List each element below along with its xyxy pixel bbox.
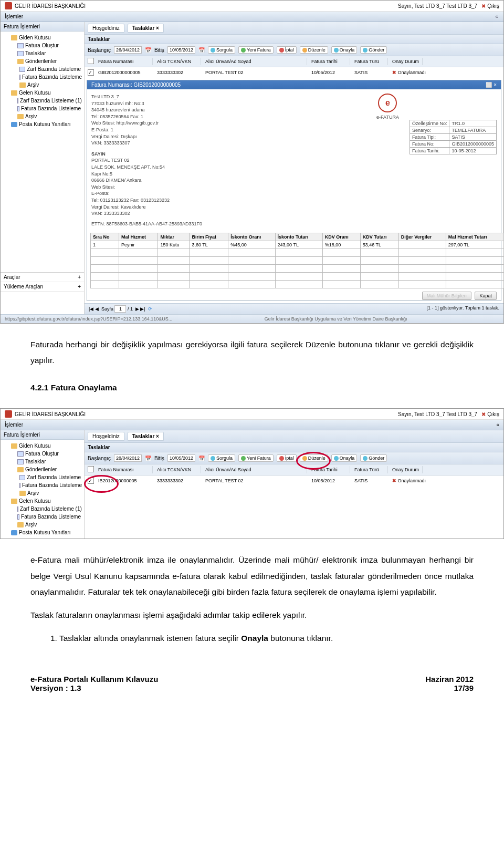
yeni-button[interactable]: Yeni Fatura [238, 46, 274, 54]
plus-icon[interactable]: + [78, 274, 81, 280]
onayla-button[interactable]: Onayla [331, 46, 358, 54]
tree-zarf2[interactable]: Zarf Bazında Listeleme (1) [20, 98, 82, 104]
tree-olustur[interactable]: Fatura Oluştur [25, 43, 59, 48]
tree-arsiv2[interactable]: Arşiv [25, 113, 37, 119]
onayla-button[interactable]: Onayla [331, 454, 358, 462]
expand-icon[interactable]: ⬜ [486, 82, 492, 88]
efatura-label: e-FATURA [376, 115, 399, 120]
tree-taslaklar[interactable]: Taslaklar [25, 50, 46, 56]
recv-l8: VKN: 3333333302 [91, 210, 366, 217]
col-faturano[interactable]: Fatura Numarası [95, 58, 153, 65]
yeni-button[interactable]: Yeni Fatura [238, 454, 274, 462]
foot-r1: Haziran 2012 [425, 675, 474, 684]
folder-icon [17, 59, 24, 64]
sorgula-button[interactable]: Sorgula [208, 46, 235, 54]
folder-icon [19, 82, 26, 88]
araclar[interactable]: Araçlar [4, 274, 20, 280]
col-tckn[interactable]: Alıcı TCKN/VKN [154, 58, 201, 65]
detail-window: Fatura Numarası: GIB2012000000005 ⬜ × Te… [87, 80, 501, 301]
menu-islemler[interactable]: İşlemler [5, 422, 23, 428]
doc-p3: Taslak faturaların onaylanması işlemi aş… [30, 607, 474, 623]
tree-giden[interactable]: Giden Kutusu [19, 35, 51, 40]
baslangic-input[interactable]: 26/04/2012 [114, 46, 142, 54]
row-checkbox[interactable]: ✓ [88, 69, 94, 76]
kapat-button[interactable]: Kapat [475, 292, 497, 300]
tree-gelen[interactable]: Gelen Kutusu [19, 90, 51, 96]
tab-taslaklar[interactable]: Taslaklar × [128, 24, 164, 33]
tab-taslaklar[interactable]: Taslaklar × [128, 432, 164, 441]
collapse-icon[interactable]: « [494, 14, 499, 19]
sidebar: Fatura İşlemleri Giden Kutusu Fatura Olu… [1, 22, 85, 314]
cal-icon[interactable]: 📅 [145, 456, 151, 461]
cal-icon[interactable]: 📅 [198, 47, 205, 53]
ettn: ETTN: 88F58603-BAB5-41AA-AB47-25893AD331… [91, 221, 366, 226]
sender-l2: 34045 huzurevleri/ adana [91, 107, 366, 113]
gonder-button[interactable]: Gönder [360, 454, 387, 462]
row-checkbox-circled[interactable]: ✓ [88, 478, 94, 484]
page-input[interactable]: 1 [114, 305, 126, 313]
cal-icon[interactable]: 📅 [198, 456, 205, 461]
foot-r2: 17/39 [425, 684, 474, 692]
line-row[interactable]: 1Peynir150 Kutu 3,60 TL%45,00243,00 TL %… [91, 241, 504, 249]
check-icon [334, 48, 339, 53]
grid-row[interactable]: ✓ IB2012000000005 3333333302 PORTAL TEST… [85, 475, 503, 486]
tree-fatura-baz[interactable]: Fatura Bazında Listeleme [22, 74, 82, 80]
cell-tur: SATIS [351, 69, 388, 76]
iptal-button[interactable]: İptal [277, 454, 297, 462]
col-onay[interactable]: Onay Durum [389, 58, 423, 65]
mali-muhur-button[interactable]: Mali Mühür Bilgileri [422, 292, 471, 300]
recv-l4: Web Sitesi: [91, 184, 366, 191]
sorgula-button[interactable]: Sorgula [208, 454, 235, 462]
bitis-label: Bitiş [154, 47, 164, 53]
gonder-button[interactable]: Gönder [360, 46, 387, 54]
cal-icon[interactable]: 📅 [145, 47, 151, 53]
bitis-input[interactable]: 10/05/2012 [167, 46, 195, 54]
select-all-checkbox[interactable] [88, 58, 94, 64]
yukleme[interactable]: Yükleme Araçları [4, 284, 44, 289]
duzenle-button-circled[interactable]: Düzenle [300, 454, 328, 462]
efatura-logo-icon: e [378, 94, 397, 112]
line-items-table: Sıra NoMal HizmetMiktar Birim Fiyatİskon… [90, 233, 504, 288]
tree-fatura-baz2[interactable]: Fatura Bazında Listeleme [21, 106, 81, 111]
logout-link[interactable]: Çıkış [487, 3, 499, 9]
close-icon[interactable]: × [156, 25, 159, 31]
tree-gonderilenler[interactable]: Gönderilenler [25, 58, 57, 64]
close-icon[interactable]: × [494, 82, 497, 88]
refresh-icon[interactable]: ⟳ [148, 306, 152, 312]
app-topbar: GELİR İDARESİ BAŞKANLIĞI Sayın, Test LTD… [1, 1, 503, 12]
cell-faturano: GIB2012000000005 [95, 69, 153, 76]
app-topbar: GELİR İDARESİ BAŞKANLIĞI Sayın, Test LTD… [1, 409, 503, 420]
tree-arsiv[interactable]: Arşiv [27, 82, 39, 88]
tree-zarf[interactable]: Zarf Bazında Listeleme [27, 66, 81, 72]
grid-row[interactable]: ✓ GIB2012000000005 3333333302 PORTAL TES… [85, 67, 503, 78]
pager-info: [1 - 1] gösteriliyor. Toplam 1 taslak. [427, 305, 499, 313]
folder-icon [17, 114, 24, 119]
pager-last-icon[interactable]: ▶| [140, 306, 145, 312]
duzenle-button[interactable]: Düzenle [300, 46, 328, 54]
file-icon [19, 67, 25, 72]
col-unvan[interactable]: Alıcı Ünvan/Ad Soyad [202, 58, 307, 65]
collapse-icon[interactable]: « [496, 422, 499, 428]
select-all-checkbox[interactable] [88, 466, 94, 472]
folder-icon [11, 90, 17, 96]
detail-title: Fatura Numarası: GIB2012000000005 [91, 82, 181, 88]
cell-tckn: 3333333302 [154, 69, 201, 76]
x-icon: ✖ [392, 70, 396, 75]
baslangic-label: Başlangıç [88, 47, 111, 53]
tab-hosgeldiniz[interactable]: Hoşgeldiniz [88, 432, 124, 441]
tab-hosgeldiniz[interactable]: Hoşgeldiniz [88, 24, 124, 33]
logout-link[interactable]: Çıkış [487, 411, 499, 417]
tree-posta[interactable]: Posta Kutusu Yanıtları [19, 121, 71, 127]
col-tur[interactable]: Fatura Türü [351, 58, 388, 65]
pager-next-icon[interactable]: ▶ [135, 306, 139, 312]
baslangic-input[interactable]: 28/04/2012 [114, 454, 142, 462]
menu-islemler[interactable]: İşlemler [5, 14, 23, 19]
bitis-input[interactable]: 10/05/2012 [167, 454, 195, 462]
pager-first-icon[interactable]: |◀ [89, 306, 93, 312]
col-tarih[interactable]: Fatura Tarihi [308, 58, 350, 65]
plus-icon[interactable]: + [78, 284, 81, 289]
iptal-button[interactable]: İptal [277, 46, 297, 54]
search-icon [211, 48, 215, 53]
recv-l5: E-Posta: [91, 190, 366, 197]
pager-prev-icon[interactable]: ◀ [95, 306, 99, 312]
